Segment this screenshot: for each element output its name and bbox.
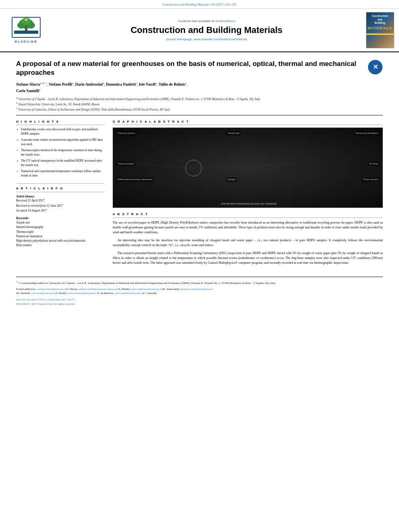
cover-title: Construction and Building <box>372 14 388 25</box>
elsevier-text-label: ELSEVIER <box>15 39 37 44</box>
svg-point-6 <box>25 18 27 21</box>
sciencedirect-anchor[interactable]: ScienceDirect <box>215 19 235 23</box>
keyword-6: Heat transfer <box>16 243 105 247</box>
keyword-4: Numerical simulation <box>16 234 105 238</box>
graphical-abstract-image: Thermal camera Tensile test Numerical si… <box>113 127 383 208</box>
cover-materials: MATERIALS <box>368 26 392 31</box>
page: Construction and Building Materials 155 … <box>0 0 399 532</box>
svg-line-11 <box>193 164 294 168</box>
keywords-section: Keywords: Tensile test Infrared thermogr… <box>16 216 105 248</box>
accepted-date: Accepted 14 August 2017 <box>16 209 105 213</box>
journal-homepage: journal homepage: www.elsevier.com/locat… <box>166 37 247 41</box>
left-column: H I G H L I G H T S Endothermic events w… <box>16 119 105 268</box>
journal-header-center: Contents lists available at ScienceDirec… <box>52 12 361 48</box>
homepage-url[interactable]: www.elsevier.com/locate/conbuildmat <box>194 37 247 41</box>
journal-header: ELSEVIER Contents lists available at Sci… <box>0 9 399 52</box>
abstract-header: A B S T R A C T <box>113 212 383 218</box>
article-info-header: A R T I C L E I N F O <box>16 186 105 192</box>
cover-bar <box>366 33 394 35</box>
affiliations-section: a University of L'Aquila – Las.E.R. Labo… <box>16 96 383 115</box>
sciencedirect-link[interactable]: Contents lists available at ScienceDirec… <box>178 19 235 23</box>
revised-date: Received in revised form 12 June 2017 <box>16 204 105 208</box>
email-label: E-mail addresses: <box>16 288 36 291</box>
doi-text: Construction and Building Materials 155 … <box>162 3 237 6</box>
author-paoletti: Domenica Paoletti <box>106 83 136 87</box>
homepage-label: journal homepage: <box>166 37 193 41</box>
abstract-text: The use of recycled paper in HDPE (High … <box>113 220 383 265</box>
highlights-header: H I G H L I G H T S <box>16 119 105 125</box>
email-perilli[interactable]: stefano.perilli@graduate.univaq.it <box>79 288 117 291</box>
keyword-2: Infrared thermography <box>16 225 105 229</box>
elsevier-logo-area: ELSEVIER <box>4 12 48 48</box>
abstract-section: A B S T R A C T The use of recycled pape… <box>113 212 383 265</box>
highlight-item-3: Thermocouples monitored the temperature … <box>16 148 105 157</box>
svg-line-10 <box>137 164 193 168</box>
svg-line-9 <box>193 136 234 168</box>
highlight-item-1: Endothermic events were discovered both … <box>16 127 105 136</box>
corresponding-author-note: * * Corresponding author at: University … <box>16 280 383 286</box>
svg-line-8 <box>137 136 193 168</box>
crossmark-badge[interactable]: ✕ <box>368 60 383 75</box>
footer-doi[interactable]: http://dx.doi.org/10.1016/j.conbuildmat.… <box>16 298 383 302</box>
abstract-paragraph-3: The research presented herein starts wit… <box>113 251 383 265</box>
article-content: A proposal of a new material for greenho… <box>0 52 399 310</box>
highlight-item-2: A pseudo-static matrix reconstruction al… <box>16 138 105 146</box>
article-history-label: Article history: <box>16 195 105 199</box>
right-column: G R A P H I C A L A B S T R A C T Therma… <box>113 119 383 268</box>
author-sfarra: Stefano Sfarra <box>16 83 40 87</box>
article-title: A proposal of a new material for greenho… <box>16 60 364 77</box>
graphical-abstract-section: G R A P H I C A L A B S T R A C T Therma… <box>113 119 383 208</box>
sciencedirect-label: Contents lists available at <box>178 19 214 23</box>
abstract-paragraph-2: An interesting idea may be the insertion… <box>113 238 383 248</box>
author-santulli: Carlo Santulli <box>16 89 39 93</box>
author-derubeis: Tullio de Rubeis <box>158 83 185 87</box>
crossmark-icon: ✕ <box>373 64 378 70</box>
abstract-paragraph-1: The use of recycled paper in HDPE (High … <box>113 220 383 235</box>
article-footer: * * Corresponding author at: University … <box>16 277 383 307</box>
email-ambrosini[interactable]: dario.ambrosini@univaq.it <box>131 288 161 291</box>
email-derubeis[interactable]: tullio.derubeis@univaq.it <box>68 292 96 295</box>
elsevier-logo: ELSEVIER <box>10 16 42 44</box>
journal-cover-image: Construction and Building MATERIALS <box>366 12 394 48</box>
author-nardi: Iole Nardi <box>139 83 155 87</box>
keyword-1: Tensile test <box>16 220 105 225</box>
footer-issn: 0950-0618/© 2017 Elsevier Ltd. All right… <box>16 302 383 306</box>
keywords-list: Tensile test Infrared thermography Therm… <box>16 220 105 248</box>
authors-section: Stefano Sfarraa, b, *, Stefano Perillia,… <box>16 81 383 94</box>
article-title-section: A proposal of a new material for greenho… <box>16 56 383 77</box>
journal-title: Construction and Building Materials <box>131 25 283 35</box>
doi-link[interactable]: http://dx.doi.org/10.1016/j.conbuildmat.… <box>16 298 75 301</box>
email-nardi[interactable]: iole.nardi@univaq.it <box>31 292 55 295</box>
received-date: Received 21 April 2017 <box>16 199 105 203</box>
keyword-5: High-density polyethylene mixed with rec… <box>16 238 105 243</box>
highlights-section: H I G H L I G H T S Endothermic events w… <box>16 119 105 178</box>
corresponding-author-text: * Corresponding author at: University of… <box>18 281 276 285</box>
two-column-section: H I G H L I G H T S Endothermic events w… <box>16 119 383 268</box>
highlight-item-4: The UV optical transparency in the modif… <box>16 159 105 167</box>
ga-connections <box>113 128 383 207</box>
email-sfarra[interactable]: stefano.sfarra@univaq.it <box>37 288 65 291</box>
graphical-abstract-header: G R A P H I C A L A B S T R A C T <box>113 119 383 125</box>
article-history: Article history: Received 21 April 2017 … <box>16 195 105 213</box>
author-ambrosini: Dario Ambrosini <box>75 83 103 87</box>
ga-caption: ... thermal and mechanical stresses are … <box>218 202 277 205</box>
keywords-label: Keywords: <box>16 216 105 221</box>
journal-cover-area: Construction and Building MATERIALS <box>365 12 395 48</box>
email-line: E-mail addresses: stefano.sfarra@univaq.… <box>16 287 383 296</box>
article-info-section: A R T I C L E I N F O Article history: R… <box>16 183 105 247</box>
email-paoletti[interactable]: domenica.paoletti@univaq.it <box>181 288 213 291</box>
doi-bar: Construction and Building Materials 155 … <box>0 0 399 9</box>
author-perilli: Stefano Perilli <box>49 83 72 87</box>
keyword-3: Thermocouple <box>16 230 105 234</box>
highlight-item-5: Numerical and experimental temperature v… <box>16 169 105 178</box>
crossmark-circle: ✕ <box>368 60 383 74</box>
email-santulli[interactable]: carlo.santulli@unicam.it <box>114 292 142 295</box>
highlights-list: Endothermic events were discovered both … <box>16 127 105 178</box>
elsevier-tree-icon <box>10 16 42 39</box>
